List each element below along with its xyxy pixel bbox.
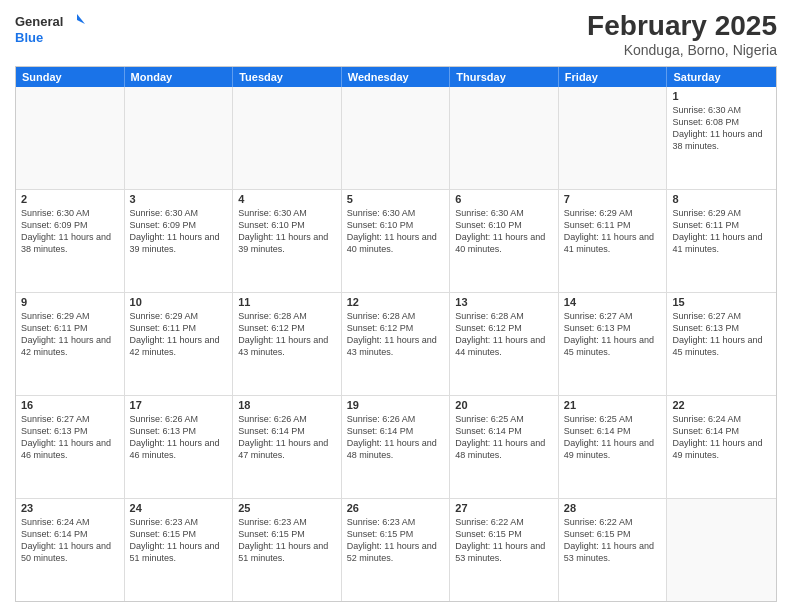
day-info: Sunrise: 6:30 AM Sunset: 6:10 PM Dayligh… bbox=[238, 207, 336, 256]
main-title: February 2025 bbox=[587, 10, 777, 42]
header-day-friday: Friday bbox=[559, 67, 668, 87]
day-info: Sunrise: 6:30 AM Sunset: 6:10 PM Dayligh… bbox=[347, 207, 445, 256]
calendar-day-18: 18Sunrise: 6:26 AM Sunset: 6:14 PM Dayli… bbox=[233, 396, 342, 498]
day-info: Sunrise: 6:28 AM Sunset: 6:12 PM Dayligh… bbox=[455, 310, 553, 359]
day-info: Sunrise: 6:29 AM Sunset: 6:11 PM Dayligh… bbox=[564, 207, 662, 256]
day-number: 21 bbox=[564, 399, 662, 411]
calendar-day-9: 9Sunrise: 6:29 AM Sunset: 6:11 PM Daylig… bbox=[16, 293, 125, 395]
calendar-day-16: 16Sunrise: 6:27 AM Sunset: 6:13 PM Dayli… bbox=[16, 396, 125, 498]
calendar-day-23: 23Sunrise: 6:24 AM Sunset: 6:14 PM Dayli… bbox=[16, 499, 125, 601]
day-number: 11 bbox=[238, 296, 336, 308]
logo-svg: General Blue bbox=[15, 10, 85, 46]
title-block: February 2025 Konduga, Borno, Nigeria bbox=[587, 10, 777, 58]
calendar-row-3: 16Sunrise: 6:27 AM Sunset: 6:13 PM Dayli… bbox=[16, 396, 776, 499]
day-number: 19 bbox=[347, 399, 445, 411]
subtitle: Konduga, Borno, Nigeria bbox=[587, 42, 777, 58]
svg-marker-2 bbox=[77, 14, 85, 24]
day-info: Sunrise: 6:23 AM Sunset: 6:15 PM Dayligh… bbox=[130, 516, 228, 565]
day-info: Sunrise: 6:26 AM Sunset: 6:14 PM Dayligh… bbox=[238, 413, 336, 462]
calendar-empty-cell bbox=[233, 87, 342, 189]
day-number: 28 bbox=[564, 502, 662, 514]
header-day-thursday: Thursday bbox=[450, 67, 559, 87]
day-number: 2 bbox=[21, 193, 119, 205]
day-info: Sunrise: 6:27 AM Sunset: 6:13 PM Dayligh… bbox=[564, 310, 662, 359]
day-info: Sunrise: 6:26 AM Sunset: 6:13 PM Dayligh… bbox=[130, 413, 228, 462]
day-number: 20 bbox=[455, 399, 553, 411]
calendar-day-10: 10Sunrise: 6:29 AM Sunset: 6:11 PM Dayli… bbox=[125, 293, 234, 395]
day-number: 15 bbox=[672, 296, 771, 308]
calendar-row-0: 1Sunrise: 6:30 AM Sunset: 6:08 PM Daylig… bbox=[16, 87, 776, 190]
calendar-empty-cell bbox=[559, 87, 668, 189]
day-info: Sunrise: 6:22 AM Sunset: 6:15 PM Dayligh… bbox=[564, 516, 662, 565]
day-number: 12 bbox=[347, 296, 445, 308]
day-info: Sunrise: 6:23 AM Sunset: 6:15 PM Dayligh… bbox=[238, 516, 336, 565]
calendar-day-22: 22Sunrise: 6:24 AM Sunset: 6:14 PM Dayli… bbox=[667, 396, 776, 498]
day-number: 5 bbox=[347, 193, 445, 205]
day-number: 13 bbox=[455, 296, 553, 308]
day-info: Sunrise: 6:25 AM Sunset: 6:14 PM Dayligh… bbox=[455, 413, 553, 462]
day-number: 27 bbox=[455, 502, 553, 514]
day-number: 22 bbox=[672, 399, 771, 411]
day-info: Sunrise: 6:24 AM Sunset: 6:14 PM Dayligh… bbox=[21, 516, 119, 565]
page: General Blue February 2025 Konduga, Born… bbox=[0, 0, 792, 612]
calendar-empty-cell bbox=[16, 87, 125, 189]
calendar-day-27: 27Sunrise: 6:22 AM Sunset: 6:15 PM Dayli… bbox=[450, 499, 559, 601]
day-info: Sunrise: 6:23 AM Sunset: 6:15 PM Dayligh… bbox=[347, 516, 445, 565]
day-number: 6 bbox=[455, 193, 553, 205]
header: General Blue February 2025 Konduga, Born… bbox=[15, 10, 777, 58]
calendar-day-4: 4Sunrise: 6:30 AM Sunset: 6:10 PM Daylig… bbox=[233, 190, 342, 292]
day-info: Sunrise: 6:29 AM Sunset: 6:11 PM Dayligh… bbox=[21, 310, 119, 359]
day-info: Sunrise: 6:30 AM Sunset: 6:08 PM Dayligh… bbox=[672, 104, 771, 153]
calendar-day-1: 1Sunrise: 6:30 AM Sunset: 6:08 PM Daylig… bbox=[667, 87, 776, 189]
calendar-day-17: 17Sunrise: 6:26 AM Sunset: 6:13 PM Dayli… bbox=[125, 396, 234, 498]
header-day-tuesday: Tuesday bbox=[233, 67, 342, 87]
day-info: Sunrise: 6:29 AM Sunset: 6:11 PM Dayligh… bbox=[672, 207, 771, 256]
day-info: Sunrise: 6:30 AM Sunset: 6:09 PM Dayligh… bbox=[21, 207, 119, 256]
day-number: 26 bbox=[347, 502, 445, 514]
day-number: 14 bbox=[564, 296, 662, 308]
day-number: 25 bbox=[238, 502, 336, 514]
header-day-sunday: Sunday bbox=[16, 67, 125, 87]
day-info: Sunrise: 6:29 AM Sunset: 6:11 PM Dayligh… bbox=[130, 310, 228, 359]
calendar-empty-cell bbox=[125, 87, 234, 189]
day-info: Sunrise: 6:30 AM Sunset: 6:09 PM Dayligh… bbox=[130, 207, 228, 256]
calendar-day-6: 6Sunrise: 6:30 AM Sunset: 6:10 PM Daylig… bbox=[450, 190, 559, 292]
calendar-day-26: 26Sunrise: 6:23 AM Sunset: 6:15 PM Dayli… bbox=[342, 499, 451, 601]
calendar: SundayMondayTuesdayWednesdayThursdayFrid… bbox=[15, 66, 777, 602]
day-number: 18 bbox=[238, 399, 336, 411]
calendar-day-13: 13Sunrise: 6:28 AM Sunset: 6:12 PM Dayli… bbox=[450, 293, 559, 395]
calendar-body: 1Sunrise: 6:30 AM Sunset: 6:08 PM Daylig… bbox=[16, 87, 776, 601]
logo: General Blue bbox=[15, 10, 85, 46]
calendar-empty-cell bbox=[342, 87, 451, 189]
day-number: 10 bbox=[130, 296, 228, 308]
svg-text:Blue: Blue bbox=[15, 30, 43, 45]
day-info: Sunrise: 6:30 AM Sunset: 6:10 PM Dayligh… bbox=[455, 207, 553, 256]
calendar-day-21: 21Sunrise: 6:25 AM Sunset: 6:14 PM Dayli… bbox=[559, 396, 668, 498]
calendar-day-3: 3Sunrise: 6:30 AM Sunset: 6:09 PM Daylig… bbox=[125, 190, 234, 292]
calendar-day-15: 15Sunrise: 6:27 AM Sunset: 6:13 PM Dayli… bbox=[667, 293, 776, 395]
calendar-day-11: 11Sunrise: 6:28 AM Sunset: 6:12 PM Dayli… bbox=[233, 293, 342, 395]
day-info: Sunrise: 6:25 AM Sunset: 6:14 PM Dayligh… bbox=[564, 413, 662, 462]
calendar-header: SundayMondayTuesdayWednesdayThursdayFrid… bbox=[16, 67, 776, 87]
day-number: 23 bbox=[21, 502, 119, 514]
calendar-day-7: 7Sunrise: 6:29 AM Sunset: 6:11 PM Daylig… bbox=[559, 190, 668, 292]
calendar-day-20: 20Sunrise: 6:25 AM Sunset: 6:14 PM Dayli… bbox=[450, 396, 559, 498]
day-number: 9 bbox=[21, 296, 119, 308]
header-day-monday: Monday bbox=[125, 67, 234, 87]
calendar-day-5: 5Sunrise: 6:30 AM Sunset: 6:10 PM Daylig… bbox=[342, 190, 451, 292]
header-day-wednesday: Wednesday bbox=[342, 67, 451, 87]
day-number: 17 bbox=[130, 399, 228, 411]
calendar-row-1: 2Sunrise: 6:30 AM Sunset: 6:09 PM Daylig… bbox=[16, 190, 776, 293]
day-number: 24 bbox=[130, 502, 228, 514]
day-info: Sunrise: 6:27 AM Sunset: 6:13 PM Dayligh… bbox=[672, 310, 771, 359]
calendar-day-28: 28Sunrise: 6:22 AM Sunset: 6:15 PM Dayli… bbox=[559, 499, 668, 601]
day-number: 4 bbox=[238, 193, 336, 205]
calendar-row-2: 9Sunrise: 6:29 AM Sunset: 6:11 PM Daylig… bbox=[16, 293, 776, 396]
day-number: 16 bbox=[21, 399, 119, 411]
day-info: Sunrise: 6:26 AM Sunset: 6:14 PM Dayligh… bbox=[347, 413, 445, 462]
calendar-day-12: 12Sunrise: 6:28 AM Sunset: 6:12 PM Dayli… bbox=[342, 293, 451, 395]
day-number: 8 bbox=[672, 193, 771, 205]
day-info: Sunrise: 6:28 AM Sunset: 6:12 PM Dayligh… bbox=[347, 310, 445, 359]
day-info: Sunrise: 6:24 AM Sunset: 6:14 PM Dayligh… bbox=[672, 413, 771, 462]
day-info: Sunrise: 6:28 AM Sunset: 6:12 PM Dayligh… bbox=[238, 310, 336, 359]
